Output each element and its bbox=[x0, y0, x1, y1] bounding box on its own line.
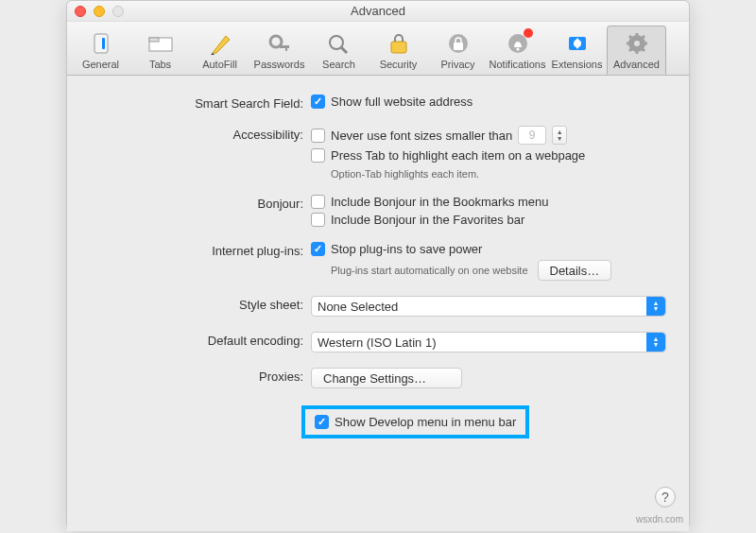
svg-rect-3 bbox=[149, 38, 159, 42]
preferences-toolbar: General Tabs AutoFill Passwords Search bbox=[67, 22, 689, 76]
search-icon bbox=[324, 30, 354, 57]
plugins-label: Internet plug-ins: bbox=[90, 242, 311, 258]
svg-line-22 bbox=[629, 36, 632, 39]
plugins-hint: Plug-ins start automatically on one webs… bbox=[331, 265, 528, 276]
chevron-updown-icon: ▲▼ bbox=[646, 297, 665, 316]
preferences-window: Advanced General Tabs AutoFill Password bbox=[66, 0, 690, 529]
svg-point-13 bbox=[516, 48, 519, 51]
tab-notifications[interactable]: Notifications bbox=[488, 26, 547, 75]
tab-extensions[interactable]: Extensions bbox=[547, 26, 607, 75]
tab-label: Privacy bbox=[440, 59, 474, 70]
stylesheet-select[interactable]: None Selected ▲▼ bbox=[311, 296, 666, 317]
press-tab-label: Press Tab to highlight each item on a we… bbox=[331, 148, 585, 163]
svg-rect-9 bbox=[391, 42, 406, 53]
svg-line-8 bbox=[341, 47, 347, 53]
security-icon bbox=[384, 30, 414, 57]
bonjour-favorites-label: Include Bonjour in the Favorites bar bbox=[331, 213, 524, 227]
stop-plugins-label: Stop plug-ins to save power bbox=[331, 242, 482, 256]
min-font-value[interactable]: 9 bbox=[518, 126, 546, 145]
svg-rect-0 bbox=[94, 34, 108, 53]
svg-line-24 bbox=[642, 36, 644, 39]
bonjour-label: Bonjour: bbox=[90, 195, 311, 211]
stop-plugins-checkbox[interactable] bbox=[311, 242, 325, 256]
bonjour-bookmarks-checkbox[interactable] bbox=[311, 195, 325, 209]
extensions-icon bbox=[562, 30, 593, 57]
svg-line-25 bbox=[629, 48, 632, 51]
show-develop-checkbox[interactable] bbox=[315, 415, 329, 429]
notifications-icon bbox=[503, 30, 533, 57]
bonjour-bookmarks-label: Include Bonjour in the Bookmarks menu bbox=[331, 195, 549, 209]
general-icon bbox=[86, 30, 116, 57]
press-tab-checkbox[interactable] bbox=[311, 148, 325, 163]
accessibility-hint: Option-Tab highlights each item. bbox=[331, 168, 666, 180]
titlebar: Advanced bbox=[67, 1, 689, 22]
tab-general[interactable]: General bbox=[71, 26, 130, 75]
privacy-icon bbox=[443, 30, 473, 57]
encoding-value: Western (ISO Latin 1) bbox=[318, 335, 436, 350]
help-button[interactable]: ? bbox=[655, 487, 676, 507]
tab-label: Extensions bbox=[552, 59, 603, 70]
tab-label: Passwords bbox=[254, 59, 305, 70]
smart-search-label: Smart Search Field: bbox=[90, 95, 311, 111]
watermark: wsxdn.com bbox=[636, 514, 683, 524]
min-font-checkbox[interactable] bbox=[311, 129, 325, 143]
show-develop-label: Show Develop menu in menu bar bbox=[335, 415, 516, 429]
tab-privacy[interactable]: Privacy bbox=[428, 26, 488, 75]
tab-label: Tabs bbox=[149, 59, 171, 70]
svg-rect-1 bbox=[102, 38, 105, 49]
show-full-address-checkbox[interactable] bbox=[311, 95, 325, 109]
svg-rect-6 bbox=[285, 45, 287, 51]
tabs-icon bbox=[146, 30, 176, 57]
advanced-icon bbox=[622, 30, 652, 57]
tab-label: Security bbox=[380, 59, 418, 70]
encoding-label: Default encoding: bbox=[90, 332, 311, 348]
tab-tabs[interactable]: Tabs bbox=[130, 26, 190, 75]
chevron-updown-icon: ▲▼ bbox=[646, 333, 665, 352]
proxies-label: Proxies: bbox=[90, 368, 311, 384]
svg-rect-5 bbox=[280, 45, 289, 48]
tab-search[interactable]: Search bbox=[309, 26, 369, 75]
notification-badge-icon bbox=[524, 28, 533, 38]
tab-label: AutoFill bbox=[202, 59, 237, 70]
tab-autofill[interactable]: AutoFill bbox=[190, 26, 249, 75]
tab-label: Advanced bbox=[613, 59, 660, 70]
passwords-icon bbox=[265, 30, 295, 57]
window-title: Advanced bbox=[67, 4, 689, 18]
tab-label: General bbox=[82, 59, 119, 70]
plugin-details-button[interactable]: Details… bbox=[538, 260, 612, 281]
encoding-select[interactable]: Western (ISO Latin 1) ▲▼ bbox=[311, 332, 666, 352]
tab-security[interactable]: Security bbox=[369, 26, 428, 75]
tab-advanced[interactable]: Advanced bbox=[607, 26, 666, 75]
show-full-address-label: Show full website address bbox=[331, 95, 472, 109]
stylesheet-label: Style sheet: bbox=[90, 296, 311, 312]
bonjour-favorites-checkbox[interactable] bbox=[311, 213, 325, 227]
autofill-icon bbox=[205, 30, 235, 57]
advanced-pane: Smart Search Field: Show full website ad… bbox=[67, 76, 689, 531]
develop-menu-highlight: Show Develop menu in menu bar bbox=[301, 405, 529, 438]
stylesheet-value: None Selected bbox=[318, 300, 398, 314]
accessibility-label: Accessibility: bbox=[90, 126, 311, 142]
tab-passwords[interactable]: Passwords bbox=[249, 26, 309, 75]
svg-line-23 bbox=[642, 48, 644, 51]
min-font-label: Never use font sizes smaller than bbox=[331, 129, 512, 143]
tab-label: Notifications bbox=[490, 59, 546, 70]
change-settings-button[interactable]: Change Settings… bbox=[311, 368, 462, 388]
tab-label: Search bbox=[322, 59, 355, 70]
svg-rect-11 bbox=[454, 43, 463, 50]
min-font-stepper[interactable]: ▲▼ bbox=[552, 126, 567, 145]
svg-point-7 bbox=[330, 36, 343, 49]
svg-point-17 bbox=[634, 41, 640, 46]
